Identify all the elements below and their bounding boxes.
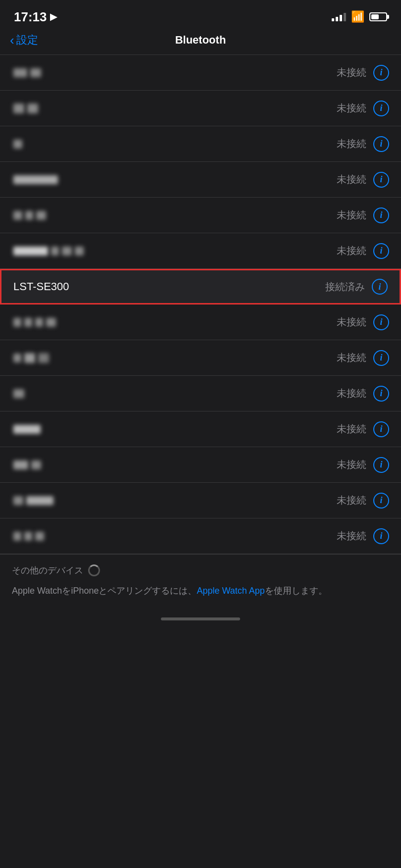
nav-bar: ‹ 設定 Bluetooth <box>0 30 401 55</box>
status-label: 未接続 <box>337 387 366 400</box>
device-name-blurred <box>12 247 337 255</box>
device-name-blurred <box>12 353 337 363</box>
footer: その他のデバイス Apple WatchをiPhoneとペアリングするには、Ap… <box>0 554 401 613</box>
list-item[interactable]: 未接続 i <box>0 305 401 340</box>
status-bar: 17:13 ▶ 📶 <box>0 0 401 30</box>
status-label: 未接続 <box>337 529 366 543</box>
device-name-blurred <box>12 532 337 541</box>
status-label: 未接続 <box>337 102 366 115</box>
other-devices-label: その他のデバイス <box>12 564 83 576</box>
status-label: 未接続 <box>337 351 366 364</box>
item-right: 未接続 i <box>337 528 389 544</box>
battery-icon <box>369 12 387 21</box>
list-item[interactable]: 未接続 i <box>0 55 401 91</box>
list-item[interactable]: 未接続 i <box>0 340 401 376</box>
lst-se300-item[interactable]: LST-SE300 接続済み i <box>0 269 401 305</box>
apple-watch-app-link[interactable]: Apple Watch App <box>197 586 264 596</box>
list-item[interactable]: 未接続 i <box>0 411 401 447</box>
list-item[interactable]: 未接続 i <box>0 376 401 411</box>
signal-icon <box>332 12 346 21</box>
device-name-blurred <box>12 389 337 398</box>
footer-description: Apple WatchをiPhoneとペアリングするには、Apple Watch… <box>12 584 389 598</box>
item-right: 未接続 i <box>337 493 389 509</box>
info-button[interactable]: i <box>373 314 389 330</box>
footer-info-text2: を使用します。 <box>265 586 327 596</box>
status-label: 未接続 <box>337 494 366 507</box>
device-name-blurred <box>12 496 337 505</box>
list-item[interactable]: 未接続 i <box>0 91 401 126</box>
list-item[interactable]: 未接続 i <box>0 447 401 483</box>
info-button[interactable]: i <box>372 279 388 295</box>
info-button[interactable]: i <box>373 386 389 402</box>
device-name-blurred <box>12 211 337 220</box>
device-name-blurred <box>12 68 337 77</box>
device-name-blurred <box>12 175 337 184</box>
location-icon: ▶ <box>50 11 57 22</box>
device-name: LST-SE300 <box>13 280 69 293</box>
item-right: 接続済み i <box>325 279 388 295</box>
item-right: 未接続 i <box>337 386 389 402</box>
other-devices-section: その他のデバイス <box>12 564 389 576</box>
info-button[interactable]: i <box>373 493 389 509</box>
info-button[interactable]: i <box>373 136 389 152</box>
item-right: 未接続 i <box>337 457 389 473</box>
home-indicator <box>0 613 401 623</box>
info-button[interactable]: i <box>373 207 389 223</box>
device-name-blurred <box>12 318 337 327</box>
connected-label: 接続済み <box>325 280 365 294</box>
device-name-blurred <box>12 140 337 149</box>
list-item[interactable]: 未接続 i <box>0 198 401 233</box>
item-right: 未接続 i <box>337 172 389 188</box>
back-button[interactable]: ‹ 設定 <box>10 33 38 48</box>
item-right: 未接続 i <box>337 243 389 259</box>
status-time: 17:13 ▶ <box>14 9 57 25</box>
item-right: 未接続 i <box>337 207 389 223</box>
chevron-left-icon: ‹ <box>10 34 14 47</box>
back-label: 設定 <box>16 33 38 48</box>
info-button[interactable]: i <box>373 243 389 259</box>
status-icons: 📶 <box>332 10 387 23</box>
status-label: 未接続 <box>337 315 366 329</box>
time-display: 17:13 <box>14 9 47 25</box>
status-label: 未接続 <box>337 422 366 436</box>
info-button[interactable]: i <box>373 101 389 116</box>
info-button[interactable]: i <box>373 457 389 473</box>
item-right: 未接続 i <box>337 421 389 437</box>
status-label: 未接続 <box>337 244 366 257</box>
item-right: 未接続 i <box>337 350 389 366</box>
item-right: 未接続 i <box>337 136 389 152</box>
status-label: 未接続 <box>337 137 366 151</box>
item-right: 未接続 i <box>337 65 389 81</box>
item-right: 未接続 i <box>337 101 389 116</box>
list-item[interactable]: 未接続 i <box>0 162 401 198</box>
loading-spinner <box>88 564 100 576</box>
list-item[interactable]: 未接続 i <box>0 483 401 518</box>
status-label: 未接続 <box>337 66 366 79</box>
device-name-blurred <box>12 460 337 469</box>
info-button[interactable]: i <box>373 65 389 81</box>
info-button[interactable]: i <box>373 421 389 437</box>
list-item[interactable]: 未接続 i <box>0 126 401 162</box>
status-label: 未接続 <box>337 208 366 222</box>
device-name-blurred <box>12 103 337 113</box>
home-bar <box>161 617 240 620</box>
page-title: Bluetooth <box>175 34 226 47</box>
device-name-container: LST-SE300 <box>13 280 325 293</box>
item-right: 未接続 i <box>337 314 389 330</box>
footer-info-text: Apple WatchをiPhoneとペアリングするには、 <box>12 586 197 596</box>
status-label: 未接続 <box>337 173 366 186</box>
list-item[interactable]: 未接続 i <box>0 233 401 269</box>
info-button[interactable]: i <box>373 172 389 188</box>
device-list: 未接続 i 未接続 i 未接続 i 未接続 i <box>0 55 401 554</box>
list-item[interactable]: 未接続 i <box>0 518 401 554</box>
wifi-icon: 📶 <box>351 10 364 23</box>
info-button[interactable]: i <box>373 350 389 366</box>
info-button[interactable]: i <box>373 528 389 544</box>
device-name-blurred <box>12 425 337 434</box>
status-label: 未接続 <box>337 458 366 471</box>
